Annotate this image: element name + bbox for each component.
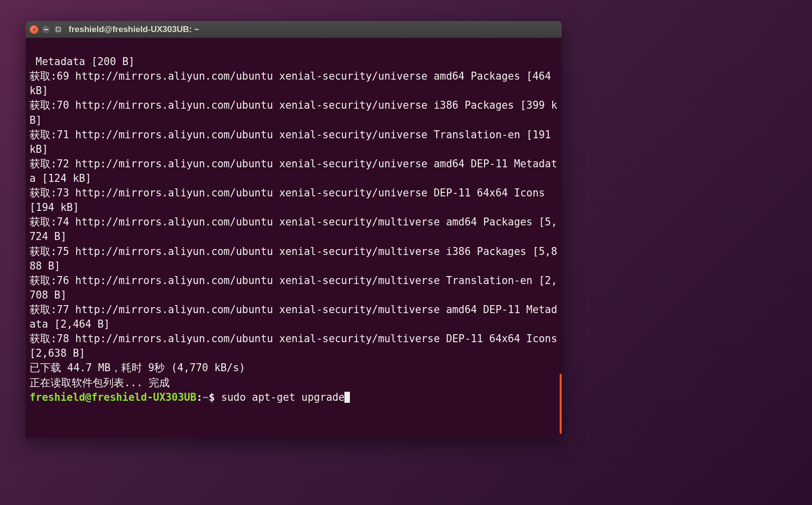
window-title: freshield@freshield-UX303UB: ~ [69, 25, 199, 35]
output-line: 获取:71 http://mirrors.aliyun.com/ubuntu x… [30, 129, 557, 155]
output-line: 获取:73 http://mirrors.aliyun.com/ubuntu x… [30, 187, 551, 213]
titlebar: freshield@freshield-UX303UB: ~ [26, 21, 562, 38]
terminal-content[interactable]: Metadata [200 B] 获取:69 http://mirrors.al… [26, 38, 562, 438]
terminal-window: freshield@freshield-UX303UB: ~ Metadata … [26, 21, 562, 438]
output-line: 获取:69 http://mirrors.aliyun.com/ubuntu x… [30, 70, 557, 97]
scrollbar[interactable] [560, 374, 562, 434]
prompt-user: freshield@freshield-UX303UB [30, 391, 196, 403]
output-line: 正在读取软件包列表... 完成 [30, 377, 170, 389]
maximize-button[interactable] [54, 25, 63, 34]
close-button[interactable] [30, 25, 39, 34]
output-line: 获取:76 http://mirrors.aliyun.com/ubuntu x… [30, 275, 557, 301]
output-line: 获取:78 http://mirrors.aliyun.com/ubuntu x… [30, 333, 562, 359]
output-line: 获取:70 http://mirrors.aliyun.com/ubuntu x… [30, 99, 557, 126]
minimize-button[interactable] [42, 25, 51, 34]
window-controls [30, 25, 63, 34]
output-line: 获取:72 http://mirrors.aliyun.com/ubuntu x… [30, 158, 557, 184]
output-line: 获取:74 http://mirrors.aliyun.com/ubuntu x… [30, 216, 557, 242]
output-line: 获取:77 http://mirrors.aliyun.com/ubuntu x… [30, 304, 557, 330]
output-line: 已下载 44.7 MB，耗时 9秒 (4,770 kB/s) [30, 362, 245, 374]
prompt-separator: : [196, 391, 202, 403]
output-line: Metadata [200 B] [30, 56, 135, 68]
command-input[interactable]: sudo apt-get upgrade [221, 391, 345, 403]
prompt-dollar: $ [209, 391, 221, 403]
output-line: 获取:75 http://mirrors.aliyun.com/ubuntu x… [30, 245, 557, 272]
prompt-path: ~ [203, 391, 209, 403]
cursor-icon [344, 392, 350, 403]
